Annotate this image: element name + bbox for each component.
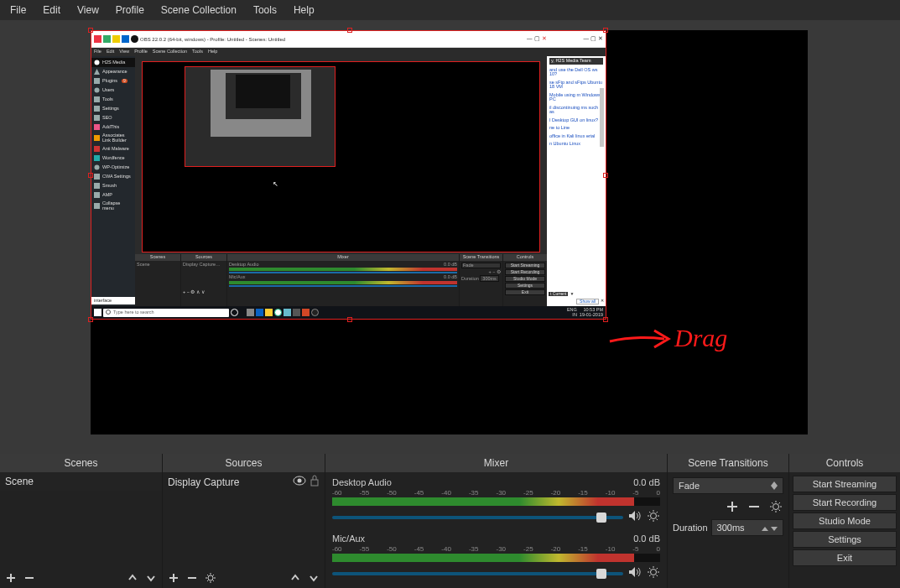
source-item[interactable]: Display Capture — [163, 472, 325, 492]
gear-icon[interactable] — [647, 565, 660, 581]
menu-scene-collection[interactable]: Scene Collection — [153, 3, 245, 18]
start-recording-button[interactable]: Start Recording — [793, 494, 897, 511]
mixer-desktop-level: 0.0 dB — [633, 477, 660, 487]
lock-icon[interactable] — [310, 475, 320, 489]
docks: Scenes Scene Sources Display Capture — [0, 454, 900, 588]
menu-help[interactable]: Help — [285, 3, 323, 18]
svg-rect-20 — [265, 309, 273, 316]
resize-handle-bm[interactable] — [347, 317, 352, 322]
resize-handle-tl[interactable] — [88, 28, 93, 33]
resize-handle-ml[interactable] — [88, 173, 93, 178]
menubar: File Edit View Profile Scene Collection … — [0, 0, 900, 20]
source-down-button[interactable] — [306, 570, 321, 585]
svg-point-29 — [208, 575, 213, 580]
speaker-icon[interactable] — [628, 566, 642, 580]
gear-icon[interactable] — [647, 509, 660, 525]
windows-start-icon — [94, 309, 101, 316]
menu-edit[interactable]: Edit — [34, 3, 69, 18]
start-streaming-button[interactable]: Start Streaming — [793, 476, 897, 492]
svg-point-2 — [95, 88, 100, 93]
transition-select[interactable]: Fade — [673, 477, 783, 494]
mixer-desktop-label: Desktop Audio — [332, 477, 392, 487]
add-source-button[interactable] — [166, 570, 181, 585]
scene-down-button[interactable] — [143, 570, 159, 585]
controls-dock: Controls Start Streaming Start Recording… — [789, 454, 900, 588]
add-scene-button[interactable] — [3, 570, 18, 585]
svg-rect-5 — [94, 115, 100, 121]
svg-point-27 — [298, 479, 302, 483]
mixer-desktop-audio: Desktop Audio0.0 dB -60-55-50-45-40-35-3… — [332, 477, 660, 525]
inner-preview: ↖ — [142, 61, 540, 252]
sources-dock: Sources Display Capture — [163, 454, 325, 588]
mixer-mic-aux: Mic/Aux0.0 dB -60-55-50-45-40-35-30-25-2… — [332, 533, 660, 581]
display-capture-source[interactable]: OBS 22.0.2 (64-bit, windows) - Profile: … — [91, 30, 606, 320]
settings-button[interactable]: Settings — [793, 531, 897, 548]
duration-spinbox[interactable]: 300ms — [711, 519, 783, 536]
svg-point-30 — [651, 513, 657, 519]
mic-volume-slider[interactable] — [332, 572, 623, 575]
eye-icon[interactable] — [293, 476, 306, 488]
svg-point-32 — [773, 504, 779, 510]
transitions-dock: Scene Transitions Fade Duration 300ms — [668, 454, 789, 588]
menu-tools[interactable]: Tools — [245, 3, 285, 18]
chevron-updown-icon — [771, 481, 778, 490]
svg-rect-4 — [94, 106, 100, 112]
mixer-header: Mixer — [325, 454, 667, 472]
svg-rect-23 — [293, 309, 300, 316]
source-up-button[interactable] — [288, 570, 303, 585]
studio-mode-button[interactable]: Studio Mode — [793, 513, 897, 529]
captured-screen: OBS 22.0.2 (64-bit, windows) - Profile: … — [91, 31, 606, 319]
svg-point-0 — [95, 60, 100, 65]
mixer-mic-label: Mic/Aux — [332, 533, 365, 544]
add-transition-button[interactable] — [725, 499, 740, 514]
transition-settings-button[interactable] — [768, 499, 783, 514]
preview-area[interactable]: OBS 22.0.2 (64-bit, windows) - Profile: … — [0, 20, 900, 454]
resize-handle-mr[interactable] — [603, 173, 608, 178]
resize-handle-tr[interactable] — [603, 28, 608, 33]
remove-scene-button[interactable] — [22, 570, 37, 585]
svg-rect-11 — [94, 174, 100, 180]
controls-header: Controls — [789, 454, 900, 472]
scenes-header: Scenes — [0, 454, 162, 472]
svg-rect-7 — [94, 135, 100, 141]
mic-meter — [332, 554, 660, 562]
source-settings-button[interactable] — [203, 570, 218, 585]
svg-point-17 — [232, 310, 238, 316]
svg-point-25 — [312, 310, 319, 316]
chevron-updown-icon — [762, 523, 778, 533]
desktop-volume-slider[interactable] — [332, 516, 623, 519]
menu-profile[interactable]: Profile — [107, 3, 153, 18]
scene-up-button[interactable] — [125, 570, 140, 585]
svg-rect-12 — [94, 183, 100, 189]
wordpress-dashboard-widget: y, H2S Media Team and use the Dell OS ws… — [547, 56, 606, 306]
remove-transition-button[interactable] — [747, 499, 762, 514]
resize-handle-br[interactable] — [603, 317, 608, 322]
transitions-header: Scene Transitions — [668, 454, 788, 472]
scenes-dock: Scenes Scene — [0, 454, 163, 588]
svg-rect-19 — [256, 309, 263, 316]
wordpress-sidebar: H2S Media Appearance Plugins9 Users Tool… — [91, 56, 135, 306]
svg-rect-28 — [311, 480, 318, 486]
duration-label: Duration — [673, 523, 708, 533]
svg-rect-22 — [284, 309, 291, 316]
svg-point-16 — [107, 310, 111, 315]
sources-header: Sources — [163, 454, 325, 472]
remove-source-button[interactable] — [185, 570, 200, 585]
svg-point-31 — [651, 570, 657, 575]
svg-point-10 — [95, 165, 100, 170]
menu-file[interactable]: File — [2, 3, 34, 18]
speaker-icon[interactable] — [628, 510, 642, 524]
svg-rect-13 — [94, 192, 100, 198]
resize-handle-tm[interactable] — [347, 28, 352, 33]
menu-view[interactable]: View — [69, 3, 107, 18]
cursor-icon: ↖ — [273, 181, 278, 188]
svg-rect-15 — [94, 309, 101, 316]
svg-rect-3 — [94, 96, 100, 102]
svg-rect-1 — [94, 78, 100, 84]
svg-rect-18 — [247, 309, 254, 316]
exit-button[interactable]: Exit — [793, 549, 897, 566]
resize-handle-bl[interactable] — [88, 317, 93, 322]
obs-icon — [131, 35, 138, 43]
scene-item[interactable]: Scene — [0, 472, 162, 491]
mixer-dock: Mixer Desktop Audio0.0 dB -60-55-50-45-4… — [325, 454, 668, 588]
